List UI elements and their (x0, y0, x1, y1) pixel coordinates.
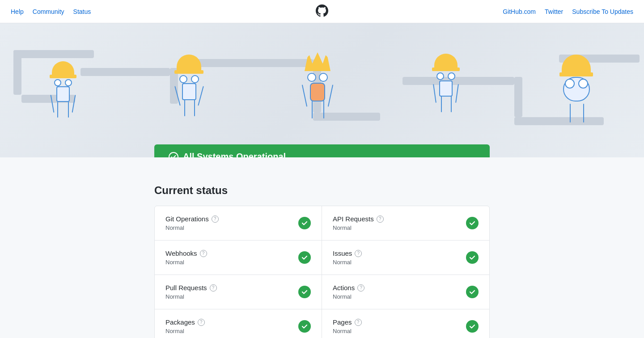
question-icon[interactable]: ? (210, 284, 217, 292)
question-icon[interactable]: ? (357, 284, 364, 292)
service-status: Normal (165, 224, 219, 231)
service-name-actions: Actions? (333, 284, 364, 292)
header-nav-left: HelpCommunityStatus (11, 8, 91, 15)
service-status: Normal (165, 259, 207, 266)
section-title: Current status (154, 184, 490, 197)
character-3 (297, 52, 338, 110)
status-cell-info: Actions?Normal (333, 284, 364, 300)
status-cell-info: Pages?Normal (333, 318, 362, 334)
status-cell-info: Git Operations?Normal (165, 215, 219, 231)
service-name-text: API Requests (333, 215, 374, 223)
service-status: Normal (333, 328, 362, 334)
site-header: HelpCommunityStatus GitHub.comTwitterSub… (0, 0, 644, 23)
banner-text: All Systems Operational (183, 152, 286, 157)
service-name-issues: Issues? (333, 249, 362, 257)
status-cell-actions: Actions?Normal (322, 275, 489, 309)
status-grid: Git Operations?NormalAPI Requests?Normal… (154, 206, 490, 338)
question-icon[interactable]: ? (200, 250, 207, 257)
status-row: Git Operations?NormalAPI Requests?Normal (155, 206, 489, 241)
status-cell-api-requests: API Requests?Normal (322, 206, 489, 240)
service-name-packages: Packages? (165, 318, 205, 326)
banner-check-icon (169, 152, 178, 158)
status-cell-pull-requests: Pull Requests?Normal (155, 275, 322, 309)
service-name-text: Packages (165, 318, 195, 326)
service-name-text: Webhooks (165, 249, 197, 257)
status-cell-info: Webhooks?Normal (165, 249, 207, 266)
header-nav-right: GitHub.comTwitterSubscribe To Updates (503, 8, 633, 15)
service-status: Normal (333, 293, 364, 300)
status-row: Webhooks?NormalIssues?Normal (155, 241, 489, 275)
service-name-text: Pull Requests (165, 284, 207, 292)
main-content: Current status Git Operations?NormalAPI … (154, 157, 490, 338)
header-link-twitter[interactable]: Twitter (545, 8, 563, 15)
character-5 (554, 55, 599, 113)
character-2 (171, 55, 207, 113)
service-status: Normal (333, 224, 384, 231)
status-row: Packages?NormalPages?Normal (155, 309, 489, 338)
question-icon[interactable]: ? (377, 215, 384, 223)
status-cell-issues: Issues?Normal (322, 241, 489, 275)
green-check-icon (466, 320, 479, 333)
status-cell-packages: Packages?Normal (155, 309, 322, 338)
question-icon[interactable]: ? (355, 319, 362, 326)
service-name-api-requests: API Requests? (333, 215, 384, 223)
status-cell-pages: Pages?Normal (322, 309, 489, 338)
status-cell-webhooks: Webhooks?Normal (155, 241, 322, 275)
header-link-subscribe[interactable]: Subscribe To Updates (572, 8, 633, 15)
green-check-icon (298, 286, 311, 298)
status-cell-info: Issues?Normal (333, 249, 362, 266)
header-link-community[interactable]: Community (33, 8, 64, 15)
service-status: Normal (165, 328, 205, 334)
hero-section: All Systems Operational (0, 23, 644, 157)
status-banner: All Systems Operational (154, 144, 490, 157)
hero-illustration (0, 23, 644, 135)
service-name-webhooks: Webhooks? (165, 249, 207, 257)
status-cell-info: Packages?Normal (165, 318, 205, 334)
header-logo (315, 4, 329, 20)
service-name-text: Issues (333, 249, 352, 257)
green-check-icon (466, 286, 479, 298)
question-icon[interactable]: ? (355, 250, 362, 257)
green-check-icon (298, 251, 311, 264)
character-4 (428, 54, 464, 112)
green-check-icon (466, 217, 479, 229)
service-status: Normal (165, 293, 217, 300)
header-link-github-com[interactable]: GitHub.com (503, 8, 536, 15)
character-1 (45, 61, 81, 115)
service-status: Normal (333, 259, 362, 266)
service-name-text: Actions (333, 284, 355, 292)
header-link-status[interactable]: Status (73, 8, 91, 15)
github-logo-icon (315, 4, 329, 18)
service-name-text: Pages (333, 318, 352, 326)
service-name-pull-requests: Pull Requests? (165, 284, 217, 292)
status-cell-info: API Requests?Normal (333, 215, 384, 231)
status-cell-git-ops: Git Operations?Normal (155, 206, 322, 240)
green-check-icon (466, 251, 479, 264)
green-check-icon (298, 217, 311, 229)
green-check-icon (298, 320, 311, 333)
service-name-pages: Pages? (333, 318, 362, 326)
status-row: Pull Requests?NormalActions?Normal (155, 275, 489, 309)
question-icon[interactable]: ? (212, 215, 219, 223)
question-icon[interactable]: ? (198, 319, 205, 326)
service-name-git-ops: Git Operations? (165, 215, 219, 223)
service-name-text: Git Operations (165, 215, 209, 223)
header-link-help[interactable]: Help (11, 8, 24, 15)
status-cell-info: Pull Requests?Normal (165, 284, 217, 300)
